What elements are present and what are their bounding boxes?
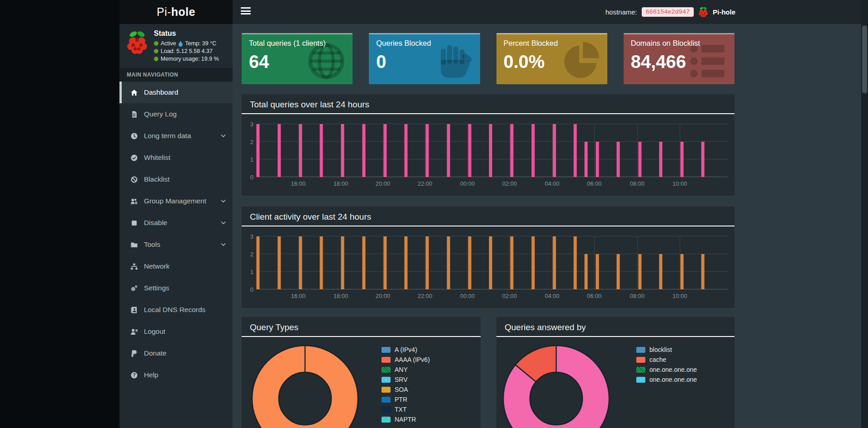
bar[interactable] bbox=[277, 236, 281, 289]
sidebar-item-dashboard[interactable]: Dashboard bbox=[119, 82, 233, 103]
bar[interactable] bbox=[584, 142, 587, 177]
sidebar-item-settings[interactable]: Settings bbox=[119, 277, 233, 299]
answered-by-panel: Queries answered by blocklistcacheone.on… bbox=[496, 317, 734, 428]
bar[interactable] bbox=[584, 254, 587, 289]
bar[interactable] bbox=[489, 124, 492, 177]
bar[interactable] bbox=[596, 142, 599, 177]
bar[interactable] bbox=[638, 142, 641, 177]
bar[interactable] bbox=[616, 254, 620, 289]
sidebar-item-long-term-data[interactable]: Long term data bbox=[119, 125, 233, 147]
bar[interactable] bbox=[532, 236, 535, 289]
summary-cards: Total queries (1 clients) 64 Queries Blo… bbox=[242, 33, 734, 84]
sidebar-item-disable[interactable]: Disable bbox=[119, 212, 233, 234]
bar[interactable] bbox=[257, 124, 260, 177]
card-percent-blocked[interactable]: Percent Blocked 0.0% bbox=[496, 33, 607, 84]
bar[interactable] bbox=[447, 236, 450, 289]
bar[interactable] bbox=[510, 236, 513, 289]
legend-item-one-one-one-one[interactable]: one.one.one.one bbox=[636, 375, 697, 385]
bar[interactable] bbox=[596, 254, 599, 289]
bar[interactable] bbox=[701, 254, 704, 289]
legend-item-txt[interactable]: TXT bbox=[382, 404, 430, 414]
menu-toggle-icon[interactable] bbox=[241, 7, 251, 16]
sidebar-item-label: Tools bbox=[144, 240, 160, 249]
legend-item-srv[interactable]: SRV bbox=[382, 375, 430, 385]
bar[interactable] bbox=[701, 142, 704, 177]
bar[interactable] bbox=[468, 124, 472, 177]
bar[interactable] bbox=[447, 124, 450, 177]
bar[interactable] bbox=[659, 254, 663, 289]
bar[interactable] bbox=[426, 124, 429, 177]
sidebar-item-network[interactable]: Network bbox=[119, 255, 233, 277]
sidebar-item-blacklist[interactable]: Blacklist bbox=[119, 168, 233, 190]
legend-item-a-ipv4[interactable]: A (IPv4) bbox=[382, 345, 430, 355]
bar[interactable] bbox=[362, 124, 366, 177]
sidebar-item-logout[interactable]: Logout bbox=[119, 321, 233, 342]
legend-item-blocklist[interactable]: blocklist bbox=[636, 345, 697, 355]
bar[interactable] bbox=[638, 254, 641, 289]
bar[interactable] bbox=[320, 236, 323, 289]
card-total-queries-1-clients[interactable]: Total queries (1 clients) 64 bbox=[242, 33, 353, 84]
sidebar-item-group-management[interactable]: Group Management bbox=[119, 190, 233, 212]
client-activity-chart[interactable]: 012316:0018:0020:0022:0000:0002:0004:000… bbox=[257, 236, 728, 289]
legend-label: SRV bbox=[395, 376, 408, 383]
legend-item-naptr[interactable]: NAPTR bbox=[382, 414, 430, 424]
bar[interactable] bbox=[489, 236, 492, 289]
sidebar-item-query-log[interactable]: Query Log bbox=[119, 103, 233, 125]
bar[interactable] bbox=[299, 236, 302, 289]
status-load: Load: 5.12 5.58 4.37 bbox=[161, 48, 213, 54]
legend-item-cache[interactable]: cache bbox=[636, 355, 697, 365]
sidebar-item-label: Logout bbox=[144, 327, 165, 336]
legend-item-soa[interactable]: SOA bbox=[382, 385, 430, 394]
bar[interactable] bbox=[383, 124, 386, 177]
bar[interactable] bbox=[277, 124, 281, 177]
panel-title: Total queries over last 24 hours bbox=[242, 94, 734, 114]
y-tick: 3 bbox=[250, 233, 253, 240]
bar[interactable] bbox=[426, 236, 429, 289]
legend-item-aaaa-ipv6[interactable]: AAAA (IPv6) bbox=[382, 355, 430, 365]
legend-item-any[interactable]: ANY bbox=[382, 365, 430, 375]
bar[interactable] bbox=[468, 236, 472, 289]
sidebar-item-donate[interactable]: Donate bbox=[119, 342, 233, 364]
bar[interactable] bbox=[616, 142, 620, 177]
bar[interactable] bbox=[532, 124, 535, 177]
bar[interactable] bbox=[553, 236, 556, 289]
bar[interactable] bbox=[404, 236, 407, 289]
card-queries-blocked[interactable]: Queries Blocked 0 bbox=[369, 33, 480, 84]
bar[interactable] bbox=[681, 142, 684, 177]
bar[interactable] bbox=[257, 236, 260, 289]
total-queries-chart[interactable]: 012316:0018:0020:0022:0000:0002:0004:000… bbox=[257, 124, 728, 177]
card-domains-on-blocklist[interactable]: Domains on Blocklist 84,466 bbox=[624, 33, 734, 84]
x-tick: 02:00 bbox=[502, 180, 517, 187]
bar[interactable] bbox=[681, 254, 684, 289]
sidebar-item-label: Settings bbox=[144, 284, 169, 292]
bar[interactable] bbox=[574, 124, 577, 177]
sidebar-item-tools[interactable]: Tools bbox=[119, 234, 233, 255]
answered-by-legend: blocklistcacheone.one.one.oneone.one.one… bbox=[636, 345, 697, 385]
legend-swatch bbox=[382, 407, 391, 413]
scrollbar[interactable] bbox=[861, 0, 868, 428]
bar[interactable] bbox=[341, 236, 344, 289]
x-tick: 22:00 bbox=[418, 180, 433, 187]
bar[interactable] bbox=[404, 124, 407, 177]
bar[interactable] bbox=[574, 236, 577, 289]
bar[interactable] bbox=[383, 236, 386, 289]
legend-item-ptr[interactable]: PTR bbox=[382, 394, 430, 404]
bar[interactable] bbox=[299, 124, 302, 177]
sidebar-item-label: Blacklist bbox=[144, 175, 170, 183]
legend-swatch bbox=[636, 347, 645, 353]
users-gear-icon bbox=[130, 197, 138, 205]
bar[interactable] bbox=[510, 124, 513, 177]
bar[interactable] bbox=[341, 124, 344, 177]
hostname-badge: 666154e2d947 bbox=[642, 7, 694, 17]
sidebar-item-help[interactable]: ? Help bbox=[119, 364, 233, 386]
bar[interactable] bbox=[553, 124, 556, 177]
bar[interactable] bbox=[659, 142, 663, 177]
legend-item-one-one-one-one[interactable]: one.one.one.one bbox=[636, 365, 697, 375]
scrollbar-thumb[interactable] bbox=[862, 25, 867, 93]
bar[interactable] bbox=[362, 236, 366, 289]
sidebar-item-local-dns-records[interactable]: Local DNS Records bbox=[119, 299, 233, 321]
sidebar-item-label: Long term data bbox=[144, 132, 191, 140]
y-tick: 3 bbox=[250, 121, 253, 128]
bar[interactable] bbox=[320, 124, 323, 177]
sidebar-item-whitelist[interactable]: Whitelist bbox=[119, 147, 233, 168]
